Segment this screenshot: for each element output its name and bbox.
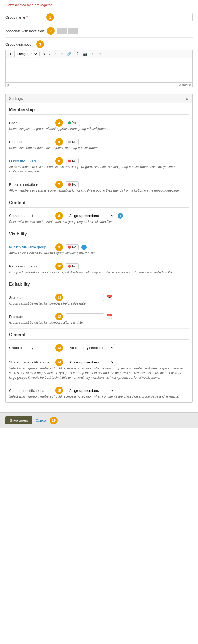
setting-row-comment_notifications: Comment notifications15All group members…	[9, 383, 189, 402]
calendar-icon-end_date[interactable]: 📅	[107, 314, 112, 319]
step-badge-1: 1	[46, 13, 54, 21]
toggle-publicly_viewable[interactable]: No	[66, 244, 79, 250]
date-input-end_date[interactable]	[66, 313, 104, 320]
section-heading-content: Content	[9, 196, 189, 208]
setting-row-group_category: Group category13No category selected	[9, 341, 189, 355]
setting-top-create_edit: Create and edit8All group membersAdminis…	[9, 212, 189, 220]
step-badge-9: 9	[55, 243, 63, 251]
setting-top-shared_page_notifications: Shared page notifications14All group mem…	[9, 359, 189, 366]
step-badge-16: 16	[50, 417, 58, 424]
toggle-friend_invitations[interactable]: No	[66, 158, 79, 164]
toggle-label-participation_report: No	[72, 264, 76, 268]
step-badge-6: 6	[55, 157, 63, 165]
settings-body: MembershipOpen4YesUsers can join the gro…	[6, 103, 192, 402]
calendar-icon-start_date[interactable]: 📅	[107, 295, 112, 300]
toggle-dot-open	[68, 121, 71, 124]
setting-top-open: Open4Yes	[9, 119, 189, 127]
setting-desc-end_date: Group cannot be edited by members after …	[9, 320, 189, 325]
setting-name-open: Open	[9, 121, 53, 125]
editor-footer-word-count: Words: 0	[179, 83, 191, 87]
editor-content-area[interactable]	[5, 58, 193, 83]
setting-desc-start_date: Group cannot be edited by members before…	[9, 301, 189, 306]
setting-row-publicly_viewable: Publicly viewable group9NoiAllow anyone …	[9, 240, 189, 259]
setting-desc-shared_page_notifications: Select which group members should receiv…	[9, 366, 189, 380]
toolbar-image-btn[interactable]: 📷	[81, 51, 89, 57]
toolbar-ol-btn[interactable]: ≡	[59, 51, 65, 57]
group-description-section: Group description 3 ▼ Paragraph B I ≡ ≡ …	[5, 38, 193, 90]
settings-header[interactable]: Settings ▲	[6, 94, 192, 103]
toolbar-dropdown-btn[interactable]: ▼	[7, 51, 14, 57]
step-badge-4: 4	[55, 119, 63, 127]
dropdown-group_category[interactable]: No category selected	[66, 344, 115, 351]
section-heading-editability: Editability	[9, 278, 189, 289]
setting-top-start_date: Start date11📅	[9, 294, 189, 301]
setting-row-participation_report: Participation report10NoGroup administra…	[9, 259, 189, 278]
institution-avatars	[57, 28, 78, 34]
setting-name-request: Request	[9, 140, 53, 144]
setting-row-start_date: Start date11📅Group cannot be edited by m…	[9, 290, 189, 309]
setting-top-friend_invitations: Friend Invitations6No	[9, 157, 189, 165]
setting-row-create_edit: Create and edit8All group membersAdminis…	[9, 209, 189, 228]
toolbar-link-btn[interactable]: 🔗	[65, 51, 73, 57]
toolbar-italic-btn[interactable]: I	[47, 51, 52, 57]
info-icon-publicly_viewable[interactable]: i	[81, 245, 87, 250]
setting-name-create_edit: Create and edit	[9, 214, 53, 218]
toggle-label-recommendations: No	[72, 183, 76, 186]
setting-row-request: Request5NoUsers can send membership requ…	[9, 135, 189, 154]
editor-footer-left: p	[7, 83, 9, 87]
toggle-dot-friend_invitations	[68, 160, 71, 162]
setting-top-recommendations: Recommendations7No	[9, 181, 189, 188]
avatar-1	[57, 28, 67, 34]
editor-footer: p Words: 0	[5, 83, 193, 87]
toggle-label-friend_invitations: No	[72, 159, 76, 163]
setting-top-publicly_viewable: Publicly viewable group9Noi	[9, 243, 189, 251]
setting-name-start_date: Start date	[9, 296, 53, 300]
toolbar-redo-btn[interactable]: ↪	[97, 51, 103, 57]
dropdown-shared_page_notifications[interactable]: All group membersAdministrators onlyNone	[66, 359, 115, 366]
toolbar-undo-btn[interactable]: ↩	[90, 51, 96, 57]
setting-desc-recommendations: Allow members to send a recommendation f…	[9, 188, 189, 193]
setting-desc-create_edit: Roles with permission to create and edit…	[9, 220, 189, 224]
step-badge-13: 13	[55, 344, 63, 352]
group-name-input[interactable]	[57, 13, 193, 21]
section-heading-general: General	[9, 329, 189, 340]
setting-top-participation_report: Participation report10No	[9, 263, 189, 270]
step-badge-7: 7	[55, 181, 63, 188]
info-icon-create_edit[interactable]: i	[118, 213, 123, 219]
setting-desc-request: Users can send membership requests to gr…	[9, 146, 189, 150]
step-badge-15: 15	[55, 387, 63, 394]
toolbar-bold-btn[interactable]: B	[41, 51, 47, 57]
setting-name-comment_notifications: Comment notifications	[9, 389, 53, 393]
dropdown-comment_notifications[interactable]: All group membersAdministrators onlyNone	[66, 387, 115, 394]
date-input-start_date[interactable]	[66, 294, 104, 301]
setting-name-group_category: Group category	[9, 346, 53, 350]
setting-name-end_date: End date	[9, 315, 53, 319]
setting-name-participation_report: Participation report	[9, 264, 53, 268]
toolbar-divider-1	[39, 52, 40, 56]
setting-name-friend_invitations: Friend Invitations	[9, 159, 53, 163]
cancel-button[interactable]: Cancel	[36, 418, 47, 422]
dropdown-create_edit[interactable]: All group membersAdministrators only	[66, 212, 115, 219]
toolbar-unlink-btn[interactable]: ⛏	[74, 51, 81, 57]
save-group-button[interactable]: Save group	[5, 416, 32, 424]
section-heading-visibility: Visibility	[9, 228, 189, 239]
toggle-recommendations[interactable]: No	[66, 181, 79, 187]
toggle-request[interactable]: No	[66, 139, 79, 145]
toolbar-paragraph-select[interactable]: Paragraph	[14, 51, 38, 57]
toggle-label-open: Yes	[72, 121, 77, 125]
setting-desc-publicly_viewable: Allow anyone online to view this group i…	[9, 251, 189, 256]
required-note: Fields marked by '*' are required.	[5, 3, 193, 7]
toggle-open[interactable]: Yes	[66, 120, 80, 126]
toggle-dot-recommendations	[68, 183, 71, 186]
step-badge-10: 10	[55, 263, 63, 270]
associate-institution-label: Associate with institution	[5, 29, 44, 33]
group-name-label: Group name *	[5, 15, 44, 19]
toggle-dot-participation_report	[68, 265, 71, 268]
setting-row-friend_invitations: Friend Invitations6NoAllow members to in…	[9, 154, 189, 178]
toggle-participation_report[interactable]: No	[66, 263, 79, 269]
step-badge-12: 12	[55, 313, 63, 320]
toolbar-ul-btn[interactable]: ≡	[53, 51, 58, 57]
settings-section: Settings ▲ MembershipOpen4YesUsers can j…	[5, 94, 193, 402]
group-name-row: Group name * 1	[5, 10, 193, 24]
toggle-dot-publicly_viewable	[68, 246, 71, 249]
